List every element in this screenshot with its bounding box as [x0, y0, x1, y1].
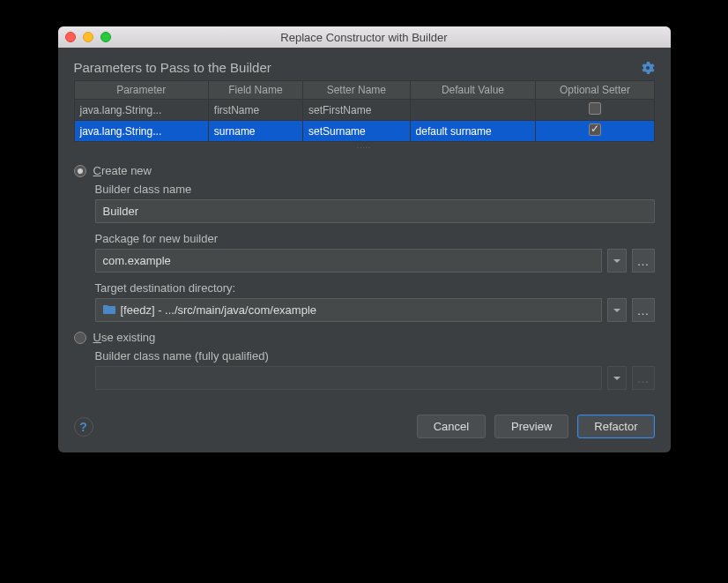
parameters-table: Parameter Field Name Setter Name Default…: [74, 80, 655, 142]
builder-class-name-field: Builder class name: [95, 183, 655, 223]
chevron-down-icon: [613, 375, 620, 382]
col-field-name[interactable]: Field Name: [208, 81, 302, 100]
dialog-content: Parameters to Pass to the Builder Parame…: [58, 48, 671, 452]
section-header: Parameters to Pass to the Builder: [74, 60, 655, 75]
dropdown-button: [607, 366, 627, 390]
button-bar: Cancel Preview Refactor: [417, 415, 655, 438]
table-row[interactable]: java.lang.String... firstName setFirstNa…: [74, 100, 654, 121]
existing-class-input: [95, 366, 602, 390]
radio-icon[interactable]: [74, 165, 86, 177]
preview-button[interactable]: Preview: [494, 415, 568, 438]
target-dir-field: Target destination directory: [feedz] - …: [95, 281, 655, 322]
help-button[interactable]: ?: [74, 417, 93, 437]
section-title: Parameters to Pass to the Builder: [74, 60, 271, 75]
cell-field-name[interactable]: firstName: [208, 100, 302, 121]
col-default-value[interactable]: Default Value: [410, 81, 536, 100]
table-row[interactable]: java.lang.String... surname setSurname d…: [74, 121, 654, 142]
field-label: Target destination directory:: [95, 281, 655, 295]
cell-setter-name[interactable]: setFirstName: [303, 100, 411, 121]
use-existing-label: Use existing: [93, 331, 156, 344]
chevron-down-icon: [613, 258, 620, 265]
cell-default-value[interactable]: default surname: [410, 121, 536, 142]
browse-button[interactable]: …: [632, 249, 655, 273]
dialog-footer: ? Cancel Preview Refactor: [74, 415, 655, 438]
cancel-button[interactable]: Cancel: [417, 415, 486, 438]
chevron-down-icon: [613, 307, 620, 314]
cell-default-value[interactable]: [410, 100, 536, 121]
field-label: Builder class name: [95, 183, 655, 196]
titlebar[interactable]: Replace Constructor with Builder: [58, 26, 671, 48]
cell-setter-name[interactable]: setSurname: [303, 121, 411, 142]
refactor-button[interactable]: Refactor: [577, 415, 654, 438]
package-input[interactable]: [95, 249, 602, 273]
create-new-option[interactable]: Create new: [74, 164, 655, 177]
cell-parameter: java.lang.String...: [74, 121, 208, 142]
gear-icon[interactable]: [641, 61, 655, 75]
package-field: Package for new builder …: [95, 232, 655, 273]
field-label: Builder class name (fully qualified): [95, 349, 655, 363]
cell-field-name[interactable]: surname: [208, 121, 302, 142]
radio-icon[interactable]: [74, 332, 86, 344]
window-title: Replace Constructor with Builder: [58, 31, 671, 44]
col-setter-name[interactable]: Setter Name: [303, 81, 411, 100]
cell-parameter: java.lang.String...: [74, 100, 208, 121]
folder-icon: [103, 304, 115, 315]
existing-class-field: Builder class name (fully qualified) …: [95, 349, 655, 390]
target-dir-display[interactable]: [feedz] - .../src/main/java/com/example: [95, 298, 602, 322]
field-label: Package for new builder: [95, 232, 655, 245]
dropdown-button[interactable]: [607, 249, 627, 273]
cell-optional[interactable]: [536, 121, 654, 142]
create-new-label: Create new: [93, 164, 152, 177]
builder-class-name-input[interactable]: [95, 199, 655, 223]
target-dir-value: [feedz] - .../src/main/java/com/example: [121, 303, 317, 317]
use-existing-option[interactable]: Use existing: [74, 331, 655, 344]
dropdown-button[interactable]: [607, 298, 627, 322]
cell-optional[interactable]: [536, 100, 654, 121]
checkbox-icon[interactable]: [589, 123, 601, 136]
browse-button[interactable]: …: [632, 298, 655, 322]
browse-button[interactable]: …: [632, 366, 655, 390]
checkbox-icon[interactable]: [589, 102, 601, 115]
col-parameter[interactable]: Parameter: [74, 81, 208, 100]
dialog-window: Replace Constructor with Builder Paramet…: [58, 26, 671, 452]
table-resize-handle[interactable]: ∙∙∙∙∙: [74, 144, 655, 152]
col-optional-setter[interactable]: Optional Setter: [536, 81, 654, 100]
